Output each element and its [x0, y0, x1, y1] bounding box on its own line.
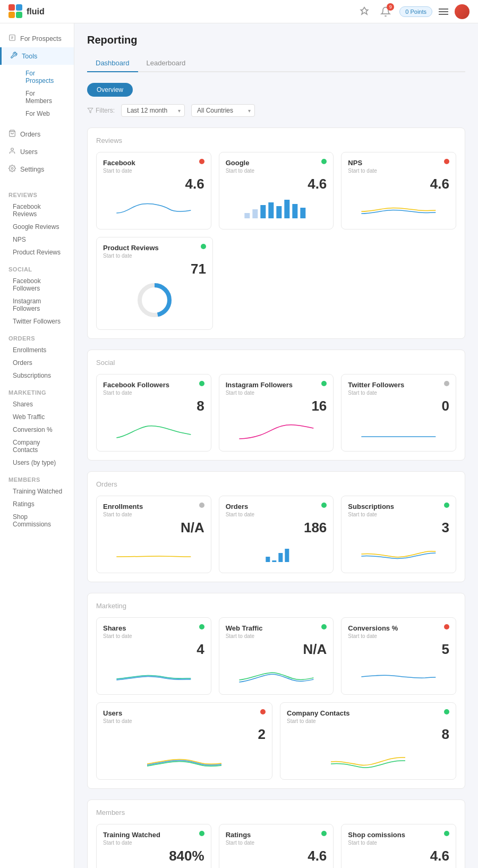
- card-fb-followers-title: Facebook Followers: [103, 381, 169, 389]
- card-enrollments-subtitle: Start to date: [103, 512, 204, 517]
- svg-rect-9: [244, 213, 250, 218]
- sidebar-subitem-web-traffic[interactable]: Web Traffic: [0, 411, 74, 423]
- sidebar-subitem-training-watched[interactable]: Training Watched: [0, 485, 74, 498]
- card-facebook: Facebook Start to date 4.6: [96, 152, 211, 229]
- sidebar-subitem-orders[interactable]: Orders: [0, 356, 74, 369]
- sidebar-subitem-facebook-followers[interactable]: Facebook Followers: [0, 275, 74, 295]
- avatar[interactable]: [455, 4, 470, 19]
- orders-icon: [8, 130, 16, 139]
- notification-button[interactable]: 9: [378, 4, 393, 19]
- sidebar-section-orders: Orders: [0, 328, 74, 344]
- card-subscriptions: Subscriptions Start to date 3: [341, 496, 456, 573]
- card-shop-commissions: Shop comissions Start to date 4.6: [341, 824, 456, 868]
- sidebar-item-reporting-label: For Prospects: [20, 35, 62, 42]
- card-shares-chart: [103, 660, 204, 686]
- card-users-subtitle: Start to date: [103, 718, 266, 724]
- svg-rect-11: [260, 205, 266, 218]
- card-company-contacts-indicator: [444, 709, 449, 714]
- sidebar-subitem-instagram-followers[interactable]: Instagram Followers: [0, 295, 74, 315]
- period-filter[interactable]: Last 12 month Last 6 month Last 3 month: [121, 104, 185, 117]
- card-shares-title: Shares: [103, 624, 126, 632]
- card-product-reviews: Product Reviews Start to date 71: [96, 237, 213, 330]
- card-users-value: 2: [103, 726, 266, 743]
- sidebar-subitem-for-members[interactable]: For Members: [13, 87, 65, 107]
- card-ratings-value: 4.6: [226, 848, 327, 864]
- sidebar-subitem-product-reviews[interactable]: Product Reviews: [0, 246, 74, 259]
- svg-point-7: [11, 167, 13, 169]
- card-conversions-chart: [348, 660, 449, 686]
- overview-button[interactable]: Overview: [87, 83, 133, 97]
- card-conversions-subtitle: Start to date: [348, 633, 449, 639]
- country-filter[interactable]: All Countries: [191, 104, 255, 117]
- card-shop-commissions-subtitle: Start to date: [348, 840, 449, 846]
- card-facebook-value: 4.6: [103, 176, 204, 192]
- marketing-section-title: Marketing: [96, 602, 456, 610]
- filter-icon: [87, 107, 93, 114]
- members-section: Members Training Watched Start to date 8…: [87, 799, 465, 868]
- card-subscriptions-value: 3: [348, 520, 449, 536]
- sidebar-subitem-twitter-followers[interactable]: Twitter Followers: [0, 315, 74, 328]
- sidebar-section-reviews: Reviews: [0, 184, 74, 200]
- card-enrollments-chart: [103, 538, 204, 565]
- card-web-traffic-chart: [226, 660, 327, 686]
- sidebar-subitem-shares[interactable]: Shares: [0, 398, 74, 411]
- card-subscriptions-indicator: [444, 503, 449, 508]
- card-nps-indicator: [444, 159, 449, 164]
- card-users-title: Users: [103, 709, 122, 717]
- sidebar-subitem-for-web[interactable]: For Web: [13, 107, 65, 120]
- sidebar-subitem-enrollments[interactable]: Enrollments: [0, 344, 74, 356]
- menu-button[interactable]: [439, 8, 448, 15]
- card-shares-value: 4: [103, 641, 204, 658]
- sidebar-subitem-conversion[interactable]: Conversion %: [0, 423, 74, 436]
- card-enrollments: Enrollments Start to date N/A: [96, 496, 211, 573]
- card-fb-followers-indicator: [199, 381, 204, 386]
- card-google-title: Google: [226, 159, 250, 167]
- sidebar-item-reporting[interactable]: For Prospects: [0, 30, 74, 47]
- marketing-cards-grid-bottom: Users Start to date 2 Company Contacts: [96, 702, 456, 780]
- card-shares-subtitle: Start to date: [103, 633, 204, 639]
- social-section: Social Facebook Followers Start to date …: [87, 350, 465, 461]
- sidebar-section-marketing: Marketing: [0, 382, 74, 398]
- card-subscriptions-subtitle: Start to date: [348, 512, 449, 517]
- card-company-contacts-title: Company Contacts: [287, 709, 349, 717]
- points-button[interactable]: 0 Points: [399, 6, 432, 17]
- card-web-traffic: Web Traffic Start to date N/A: [219, 617, 334, 695]
- card-ratings-indicator: [321, 831, 327, 836]
- sidebar-subitem-shop-commissions[interactable]: Shop Commissions: [0, 510, 74, 531]
- logo[interactable]: fluid: [8, 4, 45, 19]
- tab-leaderboard[interactable]: Leaderboard: [138, 55, 194, 72]
- card-orders: Orders Start to date 186: [219, 496, 334, 573]
- card-orders-subtitle: Start to date: [226, 512, 327, 517]
- card-nps-value: 4.6: [348, 176, 449, 192]
- svg-point-6: [11, 148, 14, 151]
- sidebar-subitem-subscriptions[interactable]: Subscriptions: [0, 369, 74, 382]
- sidebar-subitem-for-prospects[interactable]: For Prospects: [13, 67, 65, 87]
- sidebar-item-users[interactable]: Users: [0, 143, 74, 160]
- tabs-bar: Dashboard Leaderboard: [87, 55, 465, 72]
- card-facebook-chart: [103, 194, 204, 221]
- card-twitter-followers: Twitter Followers Start to date 0: [341, 374, 456, 452]
- svg-rect-15: [292, 204, 297, 218]
- svg-rect-19: [266, 557, 270, 562]
- filters-bar: Filters: Last 12 month Last 6 month Last…: [87, 104, 465, 117]
- sidebar-subitem-facebook-reviews[interactable]: Facebook Reviews: [0, 200, 74, 220]
- card-training-subtitle: Start to date: [103, 840, 204, 846]
- rocket-button[interactable]: [357, 4, 372, 19]
- card-users-chart: [103, 745, 266, 771]
- card-facebook-indicator: [199, 159, 204, 164]
- sidebar-subitem-ratings[interactable]: Ratings: [0, 498, 74, 510]
- period-filter-wrap: Last 12 month Last 6 month Last 3 month: [121, 104, 185, 117]
- sidebar-item-tools[interactable]: Tools: [0, 47, 74, 65]
- sidebar-subitem-google-reviews[interactable]: Google Reviews: [0, 220, 74, 233]
- sidebar-item-settings[interactable]: Settings: [0, 160, 74, 178]
- card-enrollments-value: N/A: [103, 520, 204, 536]
- card-tw-followers-subtitle: Start to date: [348, 390, 449, 396]
- tab-dashboard[interactable]: Dashboard: [87, 55, 138, 72]
- sidebar-subitem-company-contacts[interactable]: Company Contacts: [0, 436, 74, 456]
- sidebar-subitem-users-by-type[interactable]: Users (by type): [0, 456, 74, 469]
- card-tw-followers-title: Twitter Followers: [348, 381, 404, 389]
- sidebar-item-orders[interactable]: Orders: [0, 125, 74, 143]
- sidebar-subitem-nps[interactable]: NPS: [0, 233, 74, 246]
- card-training-value: 840%: [103, 848, 204, 864]
- sidebar-item-orders-label: Orders: [20, 131, 40, 138]
